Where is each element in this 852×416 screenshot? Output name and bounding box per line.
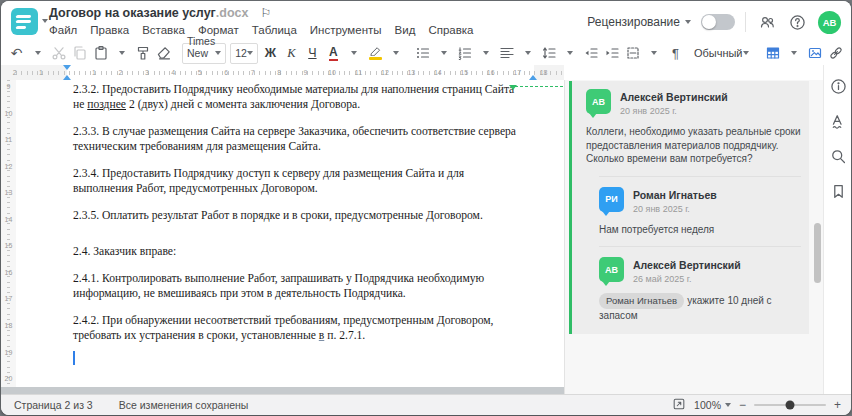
- app-logo-button[interactable]: [11, 8, 38, 35]
- ruler-number: 17: [513, 68, 521, 77]
- ruler-number: 11: [1, 135, 16, 144]
- fit-page-icon[interactable]: [672, 397, 686, 413]
- zoom-slider-knob[interactable]: [785, 401, 794, 410]
- insert-table-button[interactable]: [763, 42, 784, 64]
- line-spacing-button[interactable]: [539, 42, 560, 64]
- comment-text: Коллеги, необходимо указать реальные сро…: [586, 125, 801, 166]
- zoom-slider[interactable]: [754, 404, 826, 406]
- ruler-number: 11: [355, 68, 362, 77]
- paragraph-borders-caret[interactable]: [644, 42, 665, 64]
- reply-author: Алексей Вертинский: [633, 257, 741, 271]
- ruler-number: 9: [304, 68, 308, 77]
- numbered-list-caret[interactable]: [476, 42, 497, 64]
- paste-caret[interactable]: [111, 42, 132, 64]
- v-ruler[interactable]: 91011121314151617181920: [1, 80, 16, 394]
- paragraph-style-select[interactable]: Обычный: [689, 44, 754, 63]
- italic-button[interactable]: К: [281, 42, 302, 64]
- zoom-in-button[interactable]: +: [834, 399, 841, 411]
- align-button[interactable]: [497, 42, 518, 64]
- collaboration-users-icon[interactable]: [756, 11, 777, 33]
- font-name-select[interactable]: Times New ...: [182, 43, 226, 64]
- menu-insert[interactable]: Вставка: [142, 24, 185, 36]
- menu-tools[interactable]: Инструменты: [310, 24, 382, 36]
- highlight-color-button[interactable]: [365, 42, 386, 64]
- paragraph-2-3-5: 2.3.5. Оплатить результат Работ в порядк…: [73, 209, 526, 224]
- paste-button[interactable]: [90, 42, 111, 64]
- copy-button[interactable]: [69, 42, 90, 64]
- reply-avatar: АВ: [599, 257, 624, 282]
- zoom-out-button[interactable]: −: [739, 399, 746, 411]
- menu-edit[interactable]: Правка: [90, 24, 129, 36]
- bullet-list-button[interactable]: [413, 42, 434, 64]
- comment-thread-card[interactable]: АВ Алексей Вертинский 20 янв 2025 г. Кол…: [569, 81, 809, 334]
- ruler-number: 2: [118, 68, 122, 77]
- format-painter-button[interactable]: [132, 42, 153, 64]
- align-caret[interactable]: [518, 42, 539, 64]
- toolbar: ↶ Times New ... 12 Ж К Ч А: [1, 41, 851, 65]
- bookmark-icon[interactable]: [830, 182, 848, 200]
- header-right: Рецензирование АВ: [587, 7, 841, 37]
- document-text: 2.3.2. Предоставить Подрядчику необходим…: [73, 83, 526, 356]
- font-color-caret[interactable]: [344, 42, 365, 64]
- ruler-number: 14: [1, 215, 16, 224]
- increase-indent-button[interactable]: [602, 42, 623, 64]
- numbered-list-button[interactable]: [455, 42, 476, 64]
- bold-button[interactable]: Ж: [260, 42, 281, 64]
- favorite-flag-icon[interactable]: ⚐: [260, 6, 271, 20]
- highlight-caret[interactable]: [386, 42, 407, 64]
- ruler-number: 6: [224, 68, 228, 77]
- decrease-indent-button[interactable]: [581, 42, 602, 64]
- cut-button[interactable]: [48, 42, 69, 64]
- paragraph-borders-button[interactable]: [623, 42, 644, 64]
- comment-header: АВ Алексей Вертинский 20 янв 2025 г.: [586, 89, 801, 116]
- ruler-number: 12: [1, 162, 16, 171]
- page-indicator[interactable]: Страница 2 из 3: [14, 399, 93, 411]
- spellcheck-icon[interactable]: [830, 112, 848, 130]
- comment-avatar: АВ: [586, 89, 611, 114]
- ruler-number: 10: [328, 68, 336, 77]
- ruler-number: 18: [1, 321, 16, 330]
- ruler-number: 17: [1, 294, 16, 303]
- document-canvas[interactable]: 2.3.2. Предоставить Подрядчику необходим…: [16, 80, 564, 387]
- font-size-select[interactable]: 12: [230, 43, 258, 64]
- undo-button[interactable]: ↶: [6, 42, 27, 64]
- bullet-list-caret[interactable]: [434, 42, 455, 64]
- document-info-icon[interactable]: [830, 77, 848, 95]
- undo-caret[interactable]: [27, 42, 48, 64]
- ruler-number: 8: [277, 68, 281, 77]
- user-avatar[interactable]: АВ: [818, 11, 841, 34]
- paragraph-2-3-3: 2.3.3. В случае размещения Сайта на серв…: [73, 125, 526, 154]
- ruler-number: 1: [92, 68, 96, 77]
- comment-date: 20 янв 2025 г.: [620, 106, 728, 116]
- search-icon[interactable]: [830, 147, 848, 165]
- h-ruler[interactable]: 21123456789101112131415161718: [1, 65, 823, 81]
- reply-text: Нам потребуется неделя: [599, 223, 801, 237]
- review-mode-dropdown[interactable]: Рецензирование: [587, 15, 691, 29]
- help-icon[interactable]: [787, 11, 808, 33]
- comment-connector-line: [515, 86, 568, 87]
- insert-table-caret[interactable]: [784, 42, 805, 64]
- line-spacing-caret[interactable]: [560, 42, 581, 64]
- first-line-indent-marker[interactable]: [63, 65, 71, 70]
- reply-author: Роман Игнатьев: [633, 187, 717, 201]
- review-toggle[interactable]: [701, 14, 735, 30]
- ruler-number: 14: [434, 68, 442, 77]
- menu-view[interactable]: Вид: [395, 24, 416, 36]
- vertical-scrollbar-thumb[interactable]: [814, 223, 821, 283]
- nonprinting-chars-button[interactable]: ¶: [665, 42, 686, 64]
- logo-caret-icon[interactable]: [42, 19, 48, 23]
- header: Договор на оказание услуг.docx ⚐ Файл Пр…: [1, 1, 851, 41]
- menu-file[interactable]: Файл: [49, 24, 77, 36]
- ruler-number: 16: [487, 68, 495, 77]
- comment-anchor-text[interactable]: позднее: [87, 98, 126, 111]
- zoom-value-dropdown[interactable]: 100%: [694, 399, 731, 411]
- insert-comment-button[interactable]: [847, 42, 851, 64]
- underline-button[interactable]: Ч: [302, 42, 323, 64]
- menu-help[interactable]: Справка: [428, 24, 473, 36]
- font-color-button[interactable]: А: [323, 42, 344, 64]
- insert-link-button[interactable]: [826, 42, 847, 64]
- insert-image-button[interactable]: [805, 42, 826, 64]
- menu-table[interactable]: Таблица: [252, 24, 297, 36]
- clear-formatting-button[interactable]: [153, 42, 174, 64]
- paragraph-2-3-4: 2.3.4. Предоставить Подрядчику доступ к …: [73, 167, 526, 196]
